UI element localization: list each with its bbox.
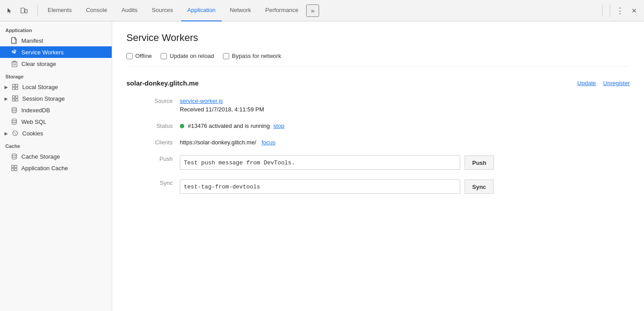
toolbar-icon-group [4, 4, 30, 17]
session-storage-icon [12, 95, 19, 102]
svg-point-18 [12, 154, 16, 156]
worker-action-buttons: Update Unregister [577, 80, 630, 86]
clients-value: https://solar-donkey.glitch.me/ focus [180, 132, 630, 148]
main-layout: Application Manifest Service Workers [0, 21, 644, 311]
sidebar-item-indexeddb-label: IndexedDB [21, 107, 50, 114]
sidebar-item-application-cache[interactable]: Application Cache [0, 162, 112, 174]
push-button[interactable]: Push [465, 156, 494, 170]
worker-domain: solar-donkey.glitch.me [126, 79, 198, 87]
device-icon [20, 7, 28, 14]
bypass-for-network-checkbox-label[interactable]: Bypass for network [223, 53, 281, 59]
sidebar-item-manifest-label: Manifest [21, 37, 43, 44]
close-devtools-btn[interactable]: ✕ [628, 4, 640, 17]
svg-rect-8 [12, 96, 15, 98]
more-tabs-btn[interactable]: » [306, 4, 319, 17]
local-storage-icon [12, 83, 19, 90]
sidebar-item-service-workers[interactable]: Service Workers [0, 46, 112, 58]
sidebar-item-cookies[interactable]: ▶ Cookies [0, 127, 112, 139]
sync-input-row: Sync [180, 180, 630, 194]
push-input[interactable] [180, 156, 460, 170]
svg-rect-20 [15, 165, 17, 168]
svg-rect-22 [15, 168, 17, 171]
arrow-right-icon-local-storage: ▶ [4, 85, 8, 90]
source-link[interactable]: service-worker.js [180, 98, 223, 104]
push-label: Push [144, 148, 180, 165]
offline-checkbox[interactable] [126, 53, 133, 59]
svg-rect-1 [25, 9, 27, 13]
device-toolbar-btn[interactable] [18, 4, 30, 17]
arrow-right-icon-session-storage: ▶ [4, 96, 8, 101]
sidebar-item-cookies-label: Cookies [22, 130, 43, 137]
update-on-reload-checkbox[interactable] [161, 53, 167, 59]
source-value: service-worker.js Received 11/7/2018, 4:… [180, 94, 630, 115]
sidebar-item-session-storage[interactable]: ▶ Session Storage [0, 93, 112, 104]
bypass-for-network-checkbox[interactable] [223, 53, 229, 59]
sidebar-section-application: Application [0, 23, 112, 35]
web-sql-icon [11, 118, 18, 125]
application-cache-icon [11, 164, 18, 172]
tab-network[interactable]: Network [223, 0, 257, 21]
sidebar-item-web-sql-label: Web SQL [21, 119, 46, 125]
status-value: #13476 activated and is running stop [180, 115, 630, 132]
toolbar-actions: ⋮ ✕ [610, 4, 640, 17]
svg-rect-6 [12, 87, 15, 90]
svg-point-14 [13, 131, 18, 136]
more-options-btn[interactable]: ⋮ [614, 4, 626, 17]
status-dot [180, 124, 184, 128]
sidebar-item-cache-storage-label: Cache Storage [21, 153, 60, 160]
sidebar-item-clear-storage[interactable]: Clear storage [0, 58, 112, 70]
sidebar-section-storage: Storage [0, 70, 112, 81]
toolbar-divider-1 [37, 4, 38, 17]
sidebar-item-application-cache-label: Application Cache [21, 165, 68, 172]
update-button[interactable]: Update [577, 80, 596, 86]
tab-console[interactable]: Console [80, 0, 113, 21]
svg-point-15 [14, 132, 15, 133]
sync-button[interactable]: Sync [465, 180, 494, 194]
indexeddb-icon [11, 106, 18, 114]
worker-detail-table: Source service-worker.js Received 11/7/2… [144, 94, 630, 196]
sidebar-item-web-sql[interactable]: Web SQL [0, 116, 112, 127]
cursor-icon-btn[interactable] [4, 4, 16, 17]
sync-input[interactable] [180, 180, 460, 194]
sidebar: Application Manifest Service Workers [0, 21, 112, 311]
svg-rect-10 [12, 99, 15, 101]
tab-sources[interactable]: Sources [146, 0, 179, 21]
content-panel: Service Workers Offline Update on reload… [112, 21, 644, 311]
page-title: Service Workers [126, 32, 630, 44]
svg-point-17 [16, 132, 16, 133]
sidebar-item-service-workers-label: Service Workers [21, 49, 64, 56]
received-value: Received 11/7/2018, 4:11:59 PM [180, 106, 630, 113]
sidebar-item-local-storage[interactable]: ▶ Local Storage [0, 81, 112, 93]
update-on-reload-label: Update on reload [170, 53, 214, 59]
focus-button[interactable]: focus [262, 139, 275, 146]
svg-rect-4 [12, 84, 15, 86]
svg-point-13 [12, 119, 16, 121]
unregister-button[interactable]: Unregister [603, 80, 630, 86]
status-text: #13476 activated and is running [188, 123, 270, 129]
svg-rect-19 [12, 165, 14, 168]
tab-audits[interactable]: Audits [115, 0, 144, 21]
tab-performance[interactable]: Performance [259, 0, 304, 21]
sidebar-item-indexeddb[interactable]: IndexedDB [0, 104, 112, 116]
tab-elements[interactable]: Elements [41, 0, 78, 21]
push-input-row: Push [180, 156, 630, 170]
svg-rect-7 [16, 87, 18, 90]
sync-value: Sync [180, 172, 630, 196]
stop-button[interactable]: stop [273, 123, 284, 129]
offline-checkbox-label[interactable]: Offline [126, 53, 152, 59]
tab-application[interactable]: Application [181, 0, 222, 21]
svg-rect-5 [16, 84, 18, 86]
status-row: #13476 activated and is running stop [180, 123, 630, 129]
svg-rect-9 [16, 96, 18, 98]
file-icon [11, 37, 18, 44]
sidebar-item-manifest[interactable]: Manifest [0, 35, 112, 46]
clients-row: https://solar-donkey.glitch.me/ focus [180, 139, 630, 146]
sync-label: Sync [144, 172, 180, 189]
gear-icon [11, 49, 18, 56]
source-label: Source [144, 94, 180, 107]
svg-point-16 [15, 134, 16, 135]
sidebar-item-cache-storage[interactable]: Cache Storage [0, 151, 112, 162]
toolbar-divider-2 [602, 4, 603, 17]
offline-label: Offline [135, 53, 152, 59]
update-on-reload-checkbox-label[interactable]: Update on reload [161, 53, 214, 59]
